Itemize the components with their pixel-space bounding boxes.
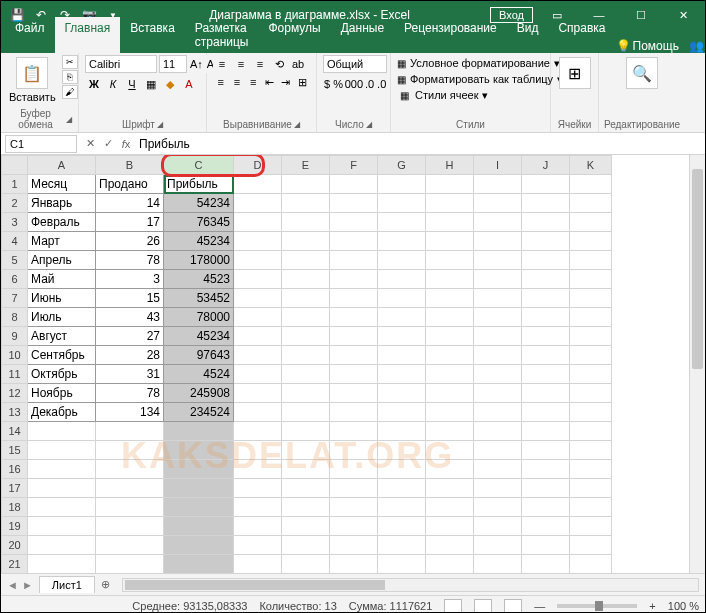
cell[interactable] (426, 270, 474, 289)
cell[interactable] (28, 441, 96, 460)
cell[interactable] (570, 251, 612, 270)
cell[interactable]: 78000 (164, 308, 234, 327)
cell[interactable] (474, 517, 522, 536)
cell[interactable] (426, 346, 474, 365)
tab-nav-next-icon[interactable]: ► (22, 579, 33, 591)
cell[interactable] (96, 517, 164, 536)
cell[interactable] (522, 175, 570, 194)
cell[interactable] (234, 479, 282, 498)
cell[interactable] (330, 194, 378, 213)
cell[interactable]: Месяц (28, 175, 96, 194)
italic-button[interactable]: К (104, 75, 122, 93)
cell[interactable] (426, 175, 474, 194)
add-sheet-button[interactable]: ⊕ (95, 578, 116, 591)
cell[interactable]: Январь (28, 194, 96, 213)
cell[interactable] (570, 403, 612, 422)
cell[interactable] (164, 498, 234, 517)
row-header[interactable]: 17 (2, 479, 28, 498)
comma-icon[interactable]: 000 (345, 75, 363, 93)
underline-button[interactable]: Ч (123, 75, 141, 93)
cell[interactable] (522, 251, 570, 270)
cell[interactable] (96, 479, 164, 498)
cell[interactable] (234, 441, 282, 460)
cell[interactable] (330, 403, 378, 422)
cell[interactable]: Сентябрь (28, 346, 96, 365)
cell[interactable] (378, 441, 426, 460)
cell[interactable] (234, 175, 282, 194)
cell[interactable] (234, 555, 282, 574)
cell[interactable]: 54234 (164, 194, 234, 213)
row-header[interactable]: 8 (2, 308, 28, 327)
format-painter-icon[interactable]: 🖌 (62, 85, 78, 99)
cell[interactable] (426, 232, 474, 251)
cell[interactable] (426, 365, 474, 384)
cell[interactable] (282, 232, 330, 251)
cell[interactable] (378, 213, 426, 232)
cell[interactable] (570, 555, 612, 574)
increase-decimal-icon[interactable]: .0 (364, 75, 375, 93)
cell[interactable] (570, 270, 612, 289)
cell[interactable] (378, 403, 426, 422)
column-header[interactable]: F (330, 156, 378, 175)
ribbon-tab[interactable]: Файл (5, 17, 55, 53)
row-header[interactable]: 9 (2, 327, 28, 346)
cell[interactable]: 78 (96, 251, 164, 270)
cell[interactable]: Май (28, 270, 96, 289)
cell[interactable]: Продано (96, 175, 164, 194)
cell[interactable] (330, 327, 378, 346)
cell[interactable] (28, 536, 96, 555)
conditional-formatting-button[interactable]: ▦Условное форматирование ▾ (397, 55, 544, 71)
paste-button[interactable]: 📋 Вставить (7, 55, 58, 105)
cell[interactable] (96, 498, 164, 517)
increase-indent-icon[interactable]: ⇥ (278, 73, 293, 91)
cell[interactable] (570, 346, 612, 365)
cell[interactable]: 78 (96, 384, 164, 403)
row-header[interactable]: 7 (2, 289, 28, 308)
cell[interactable] (426, 289, 474, 308)
align-middle-icon[interactable]: ≡ (232, 55, 250, 73)
cell[interactable] (378, 384, 426, 403)
cell[interactable] (378, 365, 426, 384)
cell[interactable] (164, 555, 234, 574)
cell[interactable] (282, 194, 330, 213)
cell[interactable] (378, 479, 426, 498)
cell[interactable] (378, 346, 426, 365)
cell[interactable]: Декабрь (28, 403, 96, 422)
cell[interactable] (474, 346, 522, 365)
row-header[interactable]: 3 (2, 213, 28, 232)
cell[interactable] (330, 441, 378, 460)
cell[interactable] (282, 346, 330, 365)
cell[interactable] (474, 194, 522, 213)
cell[interactable] (378, 555, 426, 574)
cell[interactable]: 43 (96, 308, 164, 327)
name-box[interactable] (5, 135, 77, 153)
cell[interactable] (164, 517, 234, 536)
cell[interactable] (570, 384, 612, 403)
cell[interactable] (426, 441, 474, 460)
cell[interactable] (426, 479, 474, 498)
cell[interactable] (234, 403, 282, 422)
enter-formula-icon[interactable]: ✓ (99, 135, 117, 153)
cell-styles-button[interactable]: ▦Стили ячеек ▾ (397, 87, 544, 103)
currency-icon[interactable]: $ (323, 75, 331, 93)
cell[interactable]: 45234 (164, 232, 234, 251)
cell[interactable] (570, 479, 612, 498)
decrease-decimal-icon[interactable]: .0 (376, 75, 387, 93)
cell[interactable] (234, 422, 282, 441)
cut-icon[interactable]: ✂ (62, 55, 78, 69)
sheet-tab[interactable]: Лист1 (39, 576, 95, 593)
percent-icon[interactable]: % (332, 75, 344, 93)
cell[interactable] (330, 517, 378, 536)
cell[interactable] (378, 251, 426, 270)
cell[interactable] (28, 479, 96, 498)
cell[interactable] (522, 232, 570, 251)
cell[interactable] (522, 403, 570, 422)
row-header[interactable]: 21 (2, 555, 28, 574)
cell[interactable]: Март (28, 232, 96, 251)
wrap-text-icon[interactable]: ab (289, 55, 307, 73)
column-header[interactable]: I (474, 156, 522, 175)
cell[interactable] (378, 498, 426, 517)
row-header[interactable]: 15 (2, 441, 28, 460)
cell[interactable]: 27 (96, 327, 164, 346)
select-all-corner[interactable] (2, 156, 28, 175)
